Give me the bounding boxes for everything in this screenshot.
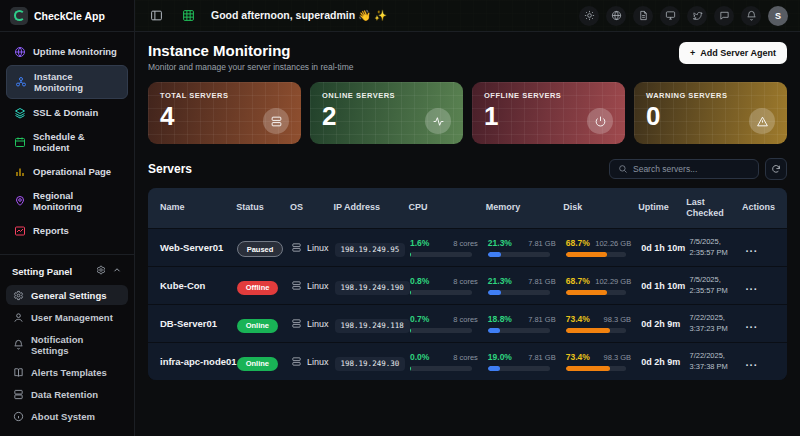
database-icon (13, 389, 24, 400)
col-uptime: Uptime (638, 202, 686, 213)
col-name: Name (160, 202, 236, 213)
row-actions-button[interactable]: ... (746, 242, 775, 254)
search-input[interactable] (633, 164, 750, 174)
server-icon (263, 108, 289, 134)
sidebar-item-operational-page[interactable]: Operational Page (6, 160, 128, 183)
last-checked: 7/22/2025,3:37:23 PM (690, 313, 746, 333)
chat-icon[interactable] (714, 6, 734, 26)
stat-card-warning-servers[interactable]: WARNING SERVERS 0 (634, 82, 787, 144)
top-bar: Good afternoon, superadmin 👋 ✨ (135, 0, 800, 32)
uptime: 0d 1h 10m (641, 281, 689, 291)
greeting-text: Good afternoon, superadmin 👋 ✨ (211, 9, 387, 22)
panel-toggle-icon[interactable] (147, 7, 165, 25)
sidebar-item-uptime-monitoring[interactable]: Uptime Monitoring (6, 40, 128, 63)
stat-card-online-servers[interactable]: ONLINE SERVERS 2 (310, 82, 463, 144)
globe-icon[interactable] (606, 6, 626, 26)
stat-card-total-servers[interactable]: TOTAL SERVERS 4 (148, 82, 301, 144)
stat-card-offline-servers[interactable]: OFFLINE SERVERS 1 (472, 82, 625, 144)
status-badge: Paused (237, 241, 284, 257)
cpu-metric: 0.7%8 cores (410, 314, 488, 333)
col-ip: IP Address (333, 202, 408, 213)
sidebar-item-reports[interactable]: Reports (6, 219, 128, 242)
warning-triangle-icon (749, 108, 775, 134)
sidebar-item-data-retention[interactable]: Data Retention (6, 384, 128, 404)
ip-address: 198.19.249.190 (335, 281, 410, 295)
server-name: Web-Server01 (160, 242, 237, 253)
setting-panel-header[interactable]: Setting Panel (0, 255, 134, 283)
ip-address: 198.19.249.95 (335, 243, 406, 257)
chevron-up-icon[interactable] (112, 265, 122, 277)
last-checked: 7/5/2025,2:35:57 PM (690, 275, 746, 295)
sidebar-item-label: SSL & Domain (33, 107, 98, 118)
user-avatar[interactable]: S (768, 6, 788, 26)
sidebar-item-label: Schedule & Incident (33, 131, 121, 153)
disk-bar (566, 252, 626, 257)
sun-icon[interactable] (579, 6, 599, 26)
col-last-checked: Last Checked (686, 197, 738, 220)
os-icon (291, 318, 302, 329)
col-cpu: CPU (409, 202, 486, 213)
app-title: CheckCle App (34, 10, 105, 22)
table-row[interactable]: infra-apc-node01 Online Linux 198.19.249… (148, 342, 787, 380)
info-icon (13, 411, 24, 422)
memory-metric: 21.3%7.81 GB (488, 276, 566, 295)
memory-bar (488, 252, 550, 257)
uptime: 0d 2h 9m (641, 319, 689, 329)
sidebar-item-instance-monitoring[interactable]: Instance Monitoring (6, 65, 128, 99)
trend-line-icon (13, 224, 26, 237)
ip-address: 198.19.249.30 (335, 357, 406, 371)
calendar-icon (13, 136, 26, 149)
server-search[interactable] (609, 159, 759, 179)
sidebar-item-ssl-domain[interactable]: SSL & Domain (6, 101, 128, 124)
sidebar-item-user-management[interactable]: User Management (6, 307, 128, 327)
table-row[interactable]: Web-Server01 Paused Linux 198.19.249.95 … (148, 228, 787, 266)
row-actions-button[interactable]: ... (746, 356, 775, 368)
sidebar-item-schedule-incident[interactable]: Schedule & Incident (6, 126, 128, 158)
user-icon (13, 312, 24, 323)
page-title: Instance Monitoring (148, 42, 354, 59)
plus-icon: + (690, 48, 695, 58)
main-area: Good afternoon, superadmin 👋 ✨ (135, 0, 800, 436)
bell-icon[interactable] (741, 6, 761, 26)
monitor-icon[interactable] (660, 6, 680, 26)
sidebar-item-about-system[interactable]: About System (6, 406, 128, 426)
sidebar-item-regional-monitoring[interactable]: Regional Monitoring (6, 185, 128, 217)
power-icon (587, 108, 613, 134)
table-row[interactable]: DB-Server01 Online Linux 198.19.249.118 … (148, 304, 787, 342)
setting-panel-title: Setting Panel (12, 266, 72, 277)
memory-metric: 18.8%7.81 GB (488, 314, 566, 333)
gear-icon (13, 290, 24, 301)
map-pin-icon (13, 195, 26, 208)
col-actions: Actions (742, 202, 775, 213)
uptime: 0d 2h 9m (641, 357, 689, 367)
add-server-agent-button[interactable]: + Add Server Agent (679, 42, 787, 64)
sidebar-item-label: Operational Page (33, 166, 111, 177)
layers-icon (13, 106, 26, 119)
sidebar-item-label: General Settings (31, 290, 107, 301)
row-actions-button[interactable]: ... (746, 280, 775, 292)
cpu-metric: 1.6%8 cores (410, 238, 488, 257)
sidebar-item-label: About System (31, 411, 95, 422)
servers-heading: Servers (148, 162, 192, 176)
status-badge: Online (237, 357, 278, 371)
page-content: Instance Monitoring Monitor and manage y… (135, 32, 800, 436)
bird-icon[interactable] (687, 6, 707, 26)
status-badge: Offline (237, 281, 279, 295)
cpu-bar (410, 252, 472, 257)
document-icon[interactable] (633, 6, 653, 26)
col-disk: Disk (563, 202, 638, 213)
sidebar-item-alerts-templates[interactable]: Alerts Templates (6, 362, 128, 382)
row-actions-button[interactable]: ... (746, 318, 775, 330)
stat-label: OFFLINE SERVERS (484, 91, 613, 100)
table-row[interactable]: Kube-Con Offline Linux 198.19.249.190 0.… (148, 266, 787, 304)
search-icon (618, 164, 628, 174)
disk-metric: 73.4%98.3 GB (566, 352, 641, 371)
last-checked: 7/22/2025,3:37:38 PM (690, 351, 746, 371)
stat-label: WARNING SERVERS (646, 91, 775, 100)
app-logo[interactable]: CheckCle App (0, 0, 134, 32)
gear-icon[interactable] (96, 265, 106, 277)
sidebar-item-notification-settings[interactable]: Notification Settings (6, 329, 128, 360)
sidebar-item-general-settings[interactable]: General Settings (6, 285, 128, 305)
grid-icon[interactable] (179, 7, 197, 25)
refresh-button[interactable] (765, 158, 787, 180)
